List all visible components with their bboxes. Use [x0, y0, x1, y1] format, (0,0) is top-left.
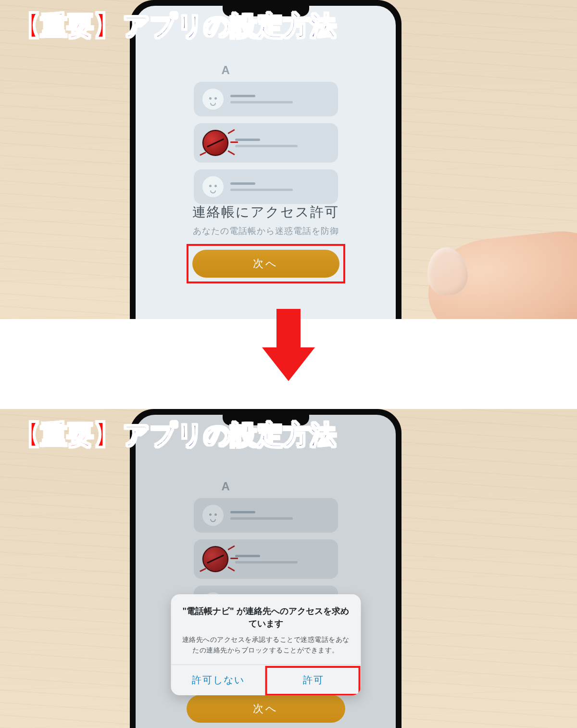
dialog-buttons: 許可しない 許可: [171, 664, 361, 695]
deny-button[interactable]: 許可しない: [171, 665, 265, 695]
contact-row: [194, 82, 338, 116]
contact-row-blocked: [194, 123, 338, 163]
phone-screen: A: [136, 6, 396, 319]
phone-frame: A: [130, 409, 401, 728]
contact-row: [194, 169, 338, 204]
permission-dialog: "電話帳ナビ" が連絡先へのアクセスを求めています 連絡先へのアクセスを承認する…: [171, 594, 361, 695]
tutorial-step-top: 【重要】 アプリの設定方法 A: [0, 0, 577, 319]
tutorial-step-bottom: 【重要】 アプリの設定方法 A: [0, 409, 577, 728]
contact-avatar-icon: [202, 176, 224, 197]
highlight-box: 次へ: [187, 244, 345, 283]
blocked-icon: [202, 130, 228, 156]
banner-important-tag: 【重要】: [14, 9, 120, 44]
alert-marks-icon: [197, 129, 234, 158]
next-button[interactable]: 次へ: [192, 250, 339, 278]
banner-title: アプリの設定方法: [123, 9, 337, 44]
step-arrow: [0, 319, 577, 409]
onboarding-subtitle: あなたの電話帳から迷惑電話を防御: [136, 225, 396, 237]
thumb-illustration: [399, 207, 577, 319]
onboarding-title: 連絡帳にアクセス許可: [136, 203, 396, 221]
dialog-body: "電話帳ナビ" が連絡先へのアクセスを求めています 連絡先へのアクセスを承認する…: [171, 594, 361, 664]
contacts-illustration: A: [194, 64, 338, 211]
next-button-wrap: 次へ: [187, 695, 345, 723]
banner: 【重要】 アプリの設定方法: [14, 418, 337, 453]
banner-title: アプリの設定方法: [123, 418, 337, 453]
banner: 【重要】 アプリの設定方法: [14, 9, 337, 44]
dialog-description: 連絡先へのアクセスを承認することで迷惑電話をあなたの連絡先からブロックすることが…: [181, 635, 350, 655]
banner-important-tag: 【重要】: [14, 418, 120, 453]
next-button-wrap: 次へ: [187, 244, 345, 283]
phone-screen: A: [136, 415, 396, 728]
contact-text-placeholder: [230, 95, 329, 103]
contact-avatar-icon: [202, 89, 224, 110]
contact-text-placeholder: [230, 182, 329, 191]
next-button[interactable]: 次へ: [187, 695, 345, 723]
dialog-title: "電話帳ナビ" が連絡先へのアクセスを求めています: [181, 605, 350, 630]
allow-button[interactable]: 許可: [265, 665, 361, 695]
contacts-section-letter: A: [222, 64, 338, 77]
contact-text-placeholder: [235, 139, 329, 147]
phone-frame: A: [130, 0, 401, 319]
arrow-down-icon: [262, 347, 315, 381]
